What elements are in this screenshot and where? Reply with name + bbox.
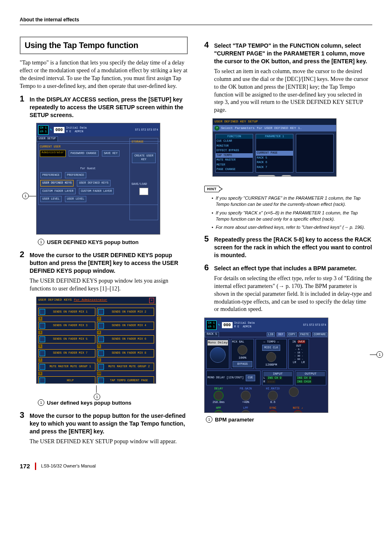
callout-1-label: USER DEFINED KEYS popup button (47, 239, 138, 246)
step-4: 4 Select "TAP TEMPO" in the FUNCTION col… (204, 41, 372, 65)
hint-item-2: If you specify "RACK x" (x=5–8) in the P… (212, 210, 372, 222)
step-6: 6 Select an effect type that includes a … (204, 263, 372, 272)
hint-block: HINT If you specify "CURRENT PAGE" in th… (204, 185, 372, 230)
content-columns: Using the Tap Tempo function "Tap tempo"… (20, 37, 372, 449)
effect-type-icon[interactable] (210, 347, 226, 363)
user-defined-keys-button[interactable]: USER DEFINED KEYS (40, 180, 74, 186)
left-column: Using the Tap Tempo function "Tap tempo"… (20, 37, 188, 449)
step-2-num: 2 (20, 250, 26, 258)
bpm-knob[interactable] (266, 352, 276, 362)
administrator-button[interactable]: Administrator (40, 150, 66, 157)
bypass-button[interactable]: BYPASS (233, 361, 252, 367)
callout-marker-left: 1 (22, 193, 29, 199)
user-level-button[interactable]: USER LEVEL (40, 196, 62, 202)
hint-item-1: If you specify "CURRENT PAGE" in the PAR… (212, 195, 372, 207)
page-number: 172 (20, 462, 30, 470)
step-1: 1 In the DISPLAY ACCESS section, press t… (20, 94, 188, 119)
hint-tag: HINT (204, 186, 219, 192)
mixbal-knob[interactable] (238, 345, 247, 355)
parameter1-list[interactable]: PARAMETER 1 CURRENT PAGE RACK 5 RACK 6 R… (256, 134, 293, 173)
step-4-num: 4 (204, 41, 211, 49)
custom-fader-layer-button[interactable]: CUSTOM FADER LAYER (40, 188, 76, 194)
function-list[interactable]: FUNCTION CUE CLEAR MONITOR EFFECT BYPASS… (215, 134, 253, 173)
ok-button[interactable]: OK (281, 175, 292, 177)
midi-clk-button[interactable]: MIDI CLK (262, 345, 280, 351)
udk-12-tap-tempo[interactable]: TAP TEMPO CURRENT PAGE (97, 376, 154, 384)
hint-list: If you specify "CURRENT PAGE" in the PAR… (212, 195, 372, 230)
step-4-body: To select an item in each column, move t… (214, 68, 372, 114)
step-5-num: 5 (204, 235, 211, 243)
help-icon: ? (214, 126, 219, 131)
step-2-text: Move the cursor to the USER DEFINED KEYS… (30, 251, 188, 275)
udk-2[interactable]: SENDS ON FADER MIX 2 (97, 308, 154, 316)
save-key-button[interactable]: SAVE KEY (102, 150, 120, 157)
step-1-num: 1 (20, 94, 26, 103)
bpm-value: 120BPM (257, 363, 286, 367)
screenshot-udk-popup: USER DEFINED KEYS for Administrator × SE… (36, 297, 156, 384)
step-1-text: In the DISPLAY ACCESS section, press the… (30, 96, 188, 119)
screenshot-udk-setup: USER DEFINED KEY SETUP ? Select Paramete… (212, 118, 337, 177)
callout-2: 1 User defined keys popup buttons (38, 399, 188, 407)
cancel-button[interactable]: CANCEL (257, 175, 276, 177)
close-icon[interactable]: × (149, 298, 154, 303)
step-6-num: 6 (204, 263, 211, 272)
step-5-text: Repeatedly press the [RACK 5-8] key to a… (214, 236, 372, 259)
header-section: About the internal effects (20, 16, 372, 25)
page-title: Using the Tap Tempo function (21, 37, 187, 53)
password-change-button[interactable]: PASSWORD CHANGE (69, 150, 99, 157)
callout-3: 1 BPM parameter (206, 416, 372, 424)
save-load-icon[interactable] (139, 188, 148, 195)
footer: 172 LS9-16/32 Owner's Manual (20, 462, 372, 470)
step-3: 3 Move the cursor to the popup button fo… (20, 411, 188, 435)
callout-2-label: User defined keys popup buttons (47, 399, 131, 407)
callout-2-num: 1 (38, 399, 44, 406)
callout-marker-right: 1 (376, 351, 383, 358)
title-box: Using the Tap Tempo function (20, 37, 188, 54)
preference-button[interactable]: PREFERENCE (40, 172, 62, 178)
step-4-text: Select "TAP TEMPO" in the FUNCTION colum… (214, 42, 372, 65)
callout-1: 1 USER DEFINED KEYS popup button (38, 239, 188, 246)
step-2-body: The USER DEFINED KEYS popup window lets … (30, 277, 188, 293)
step-5: 5 Repeatedly press the [RACK 5-8] key to… (204, 235, 372, 259)
callout-3-label: BPM parameter (215, 416, 254, 424)
callout-3-num: 1 (206, 416, 212, 423)
step-6-text: Select an effect type that includes a BP… (214, 265, 357, 272)
cue-button[interactable]: CUE (246, 375, 255, 381)
step-3-body: The USER DEFINED KEY SETUP popup window … (30, 438, 188, 446)
step-3-num: 3 (20, 411, 26, 419)
hint-item-3: For more about user-defined keys, refer … (212, 224, 372, 230)
intro-paragraph: "Tap tempo" is a function that lets you … (20, 59, 188, 90)
screenshot-user-setup: CH 1ch 1 ✎ 000 Initial DataR E ADMIN ST1… (36, 123, 160, 235)
create-user-key-button[interactable]: CREATE USER KEY (132, 153, 156, 163)
callout-1-num: 1 (38, 239, 44, 245)
udk-1[interactable]: SENDS ON FADER MIX 1 (38, 308, 95, 316)
right-column: 4 Select "TAP TEMPO" in the FUNCTION col… (204, 37, 372, 449)
step-2: 2 Move the cursor to the USER DEFINED KE… (20, 250, 188, 275)
footer-book: LS9-16/32 Owner's Manual (41, 463, 96, 469)
footer-bar-icon (35, 463, 36, 470)
step-3-text: Move the cursor to the popup button for … (30, 412, 188, 435)
screenshot-rack-effect: CH 1ch 1 ✎ 000 Initial DataR E ADMIN ST1… (204, 318, 328, 413)
step-6-body: For details on selecting the effect type… (214, 275, 372, 313)
